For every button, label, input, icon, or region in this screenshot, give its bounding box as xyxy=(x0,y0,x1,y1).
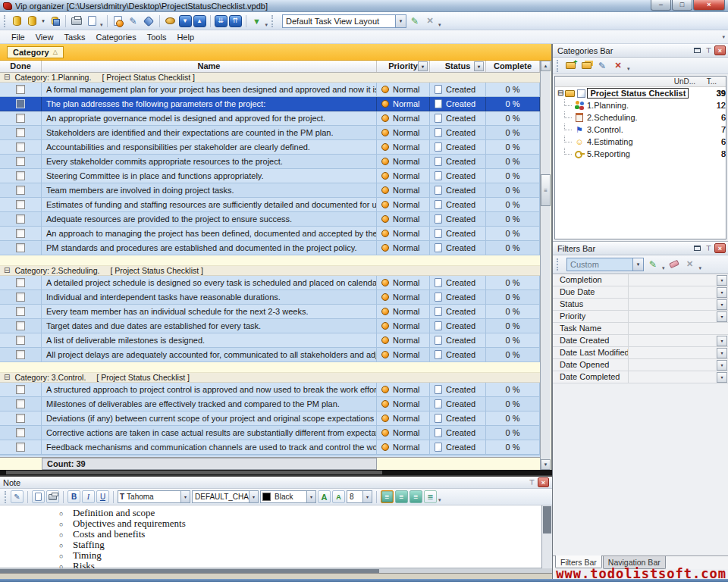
maximize-button[interactable]: □ xyxy=(672,0,692,11)
task-checkbox[interactable] xyxy=(16,229,25,238)
task-checkbox[interactable] xyxy=(16,85,25,94)
note-toolbar-overflow-icon[interactable]: ▾ xyxy=(438,497,441,503)
task-row[interactable]: Stakeholders are identified and their ex… xyxy=(0,126,540,140)
align-center-icon[interactable]: ≡ xyxy=(395,490,408,503)
task-name[interactable]: Team members are involved in doing proje… xyxy=(42,183,377,198)
align-right-icon[interactable]: ≡ xyxy=(410,490,422,503)
delete-filter-icon[interactable]: ✕ xyxy=(683,258,697,271)
scrollbar-thumb[interactable] xyxy=(543,506,551,534)
filter-preset-combo[interactable]: Custom ▾ xyxy=(566,258,644,271)
task-checkbox[interactable] xyxy=(16,200,25,209)
clear-filter-icon[interactable] xyxy=(667,258,681,271)
task-checkbox[interactable] xyxy=(16,114,25,123)
task-checkbox[interactable] xyxy=(16,214,25,224)
filter-dropdown-icon[interactable]: ▾ xyxy=(717,372,727,383)
new-task-icon[interactable] xyxy=(111,14,125,28)
pin-icon[interactable]: ⊤ xyxy=(526,477,538,487)
task-checkbox[interactable] xyxy=(16,307,25,316)
task-name[interactable]: Feedback mechanisms and communication ch… xyxy=(42,440,377,455)
align-left-icon[interactable]: ≡ xyxy=(381,490,394,503)
task-checkbox[interactable] xyxy=(16,336,25,345)
filter-icon[interactable]: ▼ xyxy=(250,14,264,28)
task-name[interactable]: A formal management plan for your projec… xyxy=(42,83,377,97)
total-column-header[interactable]: T... xyxy=(707,77,717,86)
task-row[interactable]: Individual and interdependent tasks have… xyxy=(0,290,540,305)
filter-dropdown-icon[interactable]: ▾ xyxy=(717,275,727,286)
task-checkbox[interactable] xyxy=(16,99,25,108)
tree-item-1planning[interactable]: 1.Planning.1212 xyxy=(555,99,726,111)
italic-button[interactable]: I xyxy=(82,490,95,503)
layout-combo-arrow-icon[interactable]: ▾ xyxy=(396,14,406,28)
move-down-icon[interactable]: ▾ xyxy=(179,15,192,27)
group-by-category-button[interactable]: Category △ xyxy=(7,46,64,58)
menu-tasks[interactable]: Tasks xyxy=(58,31,90,43)
task-row[interactable]: The plan addresses the following paramet… xyxy=(0,97,540,111)
task-row[interactable]: Estimates of funding and staffing resour… xyxy=(0,198,540,212)
tree-item-2scheduling[interactable]: 2.Scheduling.66 xyxy=(555,111,726,124)
toolbar-grip[interactable] xyxy=(271,15,274,27)
font-size-combo[interactable]: 8 ▾ xyxy=(347,490,372,503)
task-name[interactable]: Individual and interdependent tasks have… xyxy=(42,290,377,305)
combo-arrow-icon[interactable]: ▾ xyxy=(633,258,644,271)
task-name[interactable]: An approach to managing the project has … xyxy=(42,227,377,241)
menu-file[interactable]: File xyxy=(6,31,30,43)
float-panel-icon[interactable] xyxy=(692,45,703,55)
task-checkbox[interactable] xyxy=(16,443,25,452)
filter-value[interactable] xyxy=(629,299,717,310)
category-label[interactable]: 3.Control. xyxy=(587,125,623,134)
task-checkbox[interactable] xyxy=(16,399,25,408)
print-overflow-icon[interactable]: ▾ xyxy=(100,22,103,28)
collapse-icon[interactable]: ⊟ xyxy=(557,89,563,97)
font-color-value[interactable]: Black xyxy=(272,493,306,501)
scrollbar-thumb[interactable]: ≡ xyxy=(541,174,551,206)
filter-value[interactable] xyxy=(629,274,717,286)
char-style-combo[interactable]: DEFAULT_CHAR ▾ xyxy=(192,490,259,503)
note-print-icon[interactable] xyxy=(46,490,59,503)
category-label[interactable]: 5.Reporting xyxy=(587,149,630,158)
edit-filter-dropdown-icon[interactable]: ▾ xyxy=(662,265,665,271)
undone-column-header[interactable]: UnD... xyxy=(674,77,695,86)
filter-value[interactable] xyxy=(629,323,728,334)
task-checkbox[interactable] xyxy=(16,171,25,180)
status-filter-dropdown-icon[interactable]: ▾ xyxy=(474,61,484,71)
task-row[interactable]: Deviations (if any) between current scop… xyxy=(0,411,540,426)
task-row[interactable]: Team members are involved in doing proje… xyxy=(0,183,540,198)
task-checkbox[interactable] xyxy=(16,428,25,437)
task-row[interactable]: Accountabilities and responsibilities pe… xyxy=(0,140,540,155)
column-header-status[interactable]: Status▾ xyxy=(430,61,486,72)
task-checkbox[interactable] xyxy=(16,293,25,302)
delete-layout-icon[interactable]: ✕ xyxy=(423,14,437,28)
filter-dropdown-icon[interactable]: ▾ xyxy=(717,360,727,371)
grid-horizontal-scrollbar[interactable] xyxy=(0,470,552,475)
task-checkbox[interactable] xyxy=(16,278,25,287)
new-category-icon[interactable] xyxy=(563,59,577,72)
column-header-complete[interactable]: Complete xyxy=(486,61,540,72)
pin-icon[interactable]: ⊤ xyxy=(703,45,714,55)
task-row[interactable]: Corrective actions are taken in case act… xyxy=(0,426,540,440)
scroll-up-icon[interactable]: ▲ xyxy=(541,61,551,71)
shrink-font-icon[interactable]: A xyxy=(332,490,345,503)
note-vertical-scrollbar[interactable] xyxy=(541,505,552,568)
task-checkbox[interactable] xyxy=(16,243,25,252)
filter-value[interactable] xyxy=(629,311,717,322)
tree-root-item[interactable]: ⊟ Project Status Checklist 39 39 xyxy=(555,87,726,99)
layout-overflow-icon[interactable]: ▾ xyxy=(438,22,441,28)
filter-value[interactable] xyxy=(629,359,717,371)
task-row[interactable]: Every stakeholder commits appropriate re… xyxy=(0,155,540,169)
collapse-icon[interactable]: ⊟ xyxy=(4,267,10,274)
menu-overflow-icon[interactable]: ▾ xyxy=(722,34,725,40)
open-database-dropdown-icon[interactable]: ▾ xyxy=(40,18,46,24)
filter-preset-value[interactable]: Custom xyxy=(566,258,633,271)
task-name[interactable]: Deviations (if any) between current scop… xyxy=(42,411,377,426)
task-name[interactable]: The plan addresses the following paramet… xyxy=(42,97,377,111)
tree-item-4estimating[interactable]: ☺4.Estimating66 xyxy=(555,136,726,148)
edit-filter-icon[interactable]: ✎ xyxy=(646,258,660,271)
task-name[interactable]: Accountabilities and responsibilities pe… xyxy=(42,140,377,155)
filter-dropdown-icon[interactable]: ▾ xyxy=(717,311,727,322)
font-color-combo[interactable]: Black ▾ xyxy=(260,490,316,503)
toolbar-grip[interactable] xyxy=(4,15,6,27)
combo-arrow-icon[interactable]: ▾ xyxy=(249,491,258,502)
task-checkbox[interactable] xyxy=(16,385,25,394)
task-view-layout-combo[interactable]: Default Task View Layout ▾ xyxy=(282,14,406,28)
filter-value[interactable] xyxy=(629,335,717,346)
